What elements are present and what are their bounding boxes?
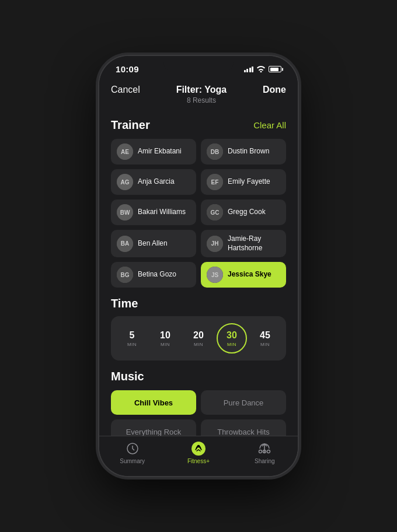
- status-icons: [244, 66, 282, 72]
- avatar-jamie: JH: [207, 236, 223, 252]
- time-label-20: MIN: [194, 342, 203, 347]
- time-label-10: MIN: [161, 342, 170, 347]
- music-label-chill: Chill Vibes: [134, 398, 173, 407]
- signal-icon: [244, 66, 254, 72]
- trainer-name-amir: Amir Ekbatani: [138, 147, 182, 156]
- fitness-icon: [191, 441, 206, 456]
- trainer-name-jamie: Jamie-Ray Hartshorne: [228, 235, 280, 253]
- status-time: 10:09: [116, 64, 139, 74]
- music-section: Music Chill Vibes Pure Dance Everything …: [99, 360, 298, 436]
- time-option-20[interactable]: 20 MIN: [183, 323, 214, 354]
- music-label-rock: Everything Rock: [126, 428, 182, 436]
- time-value-45: 45: [260, 330, 270, 341]
- time-option-5[interactable]: 5 MIN: [117, 323, 147, 354]
- trainer-item-gregg[interactable]: GC Gregg Cook: [201, 200, 286, 225]
- avatar-amir: AE: [117, 144, 133, 160]
- tab-sharing[interactable]: Sharing: [244, 441, 285, 464]
- time-value-10: 10: [160, 330, 170, 341]
- trainer-name-emily: Emily Fayette: [228, 177, 270, 187]
- content-area: Cancel Filter: Yoga 8 Results Done Train…: [99, 78, 298, 436]
- svg-point-5: [267, 450, 270, 453]
- trainer-name-betina: Betina Gozo: [138, 270, 176, 279]
- music-item-throwback[interactable]: Throwback Hits: [201, 419, 286, 436]
- time-value-30: 30: [227, 330, 237, 341]
- done-button[interactable]: Done: [263, 85, 286, 95]
- time-section: Time 5 MIN 10 MIN 20 MIN 30: [99, 288, 298, 360]
- screen: 10:09 Cancel Filter: Yoga 8 Res: [99, 56, 298, 476]
- trainer-name-bakari: Bakari Williams: [138, 208, 186, 217]
- trainer-section: Trainer Clear All: [99, 109, 298, 132]
- music-label-pure: Pure Dance: [224, 398, 264, 407]
- tab-summary[interactable]: Summary: [112, 441, 153, 464]
- trainer-item-ben[interactable]: BA Ben Allen: [111, 230, 196, 257]
- time-option-10[interactable]: 10 MIN: [150, 323, 180, 354]
- music-grid: Chill Vibes Pure Dance Everything Rock T…: [111, 390, 286, 436]
- trainer-section-header: Trainer Clear All: [111, 118, 286, 132]
- avatar-gregg: GC: [207, 204, 223, 220]
- nav-center: Filter: Yoga 8 Results: [176, 85, 227, 104]
- trainer-item-bakari[interactable]: BW Bakari Williams: [111, 200, 196, 225]
- trainer-item-jessica[interactable]: JS Jessica Skye: [201, 262, 286, 288]
- music-item-rock[interactable]: Everything Rock: [111, 419, 196, 436]
- phone-frame: 10:09 Cancel Filter: Yoga 8 Res: [99, 56, 298, 476]
- trainer-name-dustin: Dustin Brown: [228, 147, 269, 156]
- time-label-45: MIN: [260, 342, 270, 347]
- cancel-button[interactable]: Cancel: [111, 85, 140, 95]
- tab-bar: Summary Fitness+: [99, 436, 298, 476]
- trainer-item-anja[interactable]: AG Anja Garcia: [111, 169, 196, 195]
- avatar-emily: EF: [207, 174, 223, 190]
- time-label-30: MIN: [227, 342, 236, 347]
- tab-fitness[interactable]: Fitness+: [178, 441, 219, 464]
- avatar-anja: AG: [117, 174, 133, 190]
- music-section-title: Music: [111, 370, 144, 383]
- trainer-item-jamie[interactable]: JH Jamie-Ray Hartshorne: [201, 230, 286, 257]
- avatar-betina: BG: [117, 267, 133, 283]
- svg-point-2: [197, 446, 199, 447]
- wifi-icon: [257, 66, 265, 72]
- avatar-bakari: BW: [117, 204, 133, 220]
- time-section-title: Time: [111, 297, 138, 310]
- trainer-section-title: Trainer: [111, 118, 150, 132]
- clear-all-button[interactable]: Clear All: [253, 120, 286, 130]
- battery-icon: [269, 66, 281, 72]
- svg-point-3: [259, 450, 262, 453]
- nav-header: Cancel Filter: Yoga 8 Results Done: [99, 78, 298, 109]
- tab-fitness-label: Fitness+: [187, 458, 210, 464]
- trainer-item-emily[interactable]: EF Emily Fayette: [201, 169, 286, 195]
- sharing-icon: [257, 441, 272, 456]
- results-subtitle: 8 Results: [176, 96, 227, 104]
- trainer-name-jessica: Jessica Skye: [228, 270, 271, 279]
- trainer-name-anja: Anja Garcia: [138, 177, 175, 187]
- avatar-jessica: JS: [207, 267, 223, 283]
- trainer-grid: AE Amir Ekbatani DB Dustin Brown AG Anja…: [99, 139, 298, 288]
- filter-title: Filter: Yoga: [176, 85, 227, 95]
- avatar-ben: BA: [117, 236, 133, 252]
- avatar-dustin: DB: [207, 144, 223, 160]
- time-option-30[interactable]: 30 MIN: [217, 323, 247, 354]
- notch: [163, 56, 234, 72]
- trainer-name-gregg: Gregg Cook: [228, 208, 266, 217]
- time-value-20: 20: [193, 330, 204, 341]
- trainer-item-betina[interactable]: BG Betina Gozo: [111, 262, 196, 288]
- time-value-5: 5: [130, 330, 135, 341]
- trainer-item-dustin[interactable]: DB Dustin Brown: [201, 139, 286, 164]
- music-label-throwback: Throwback Hits: [217, 428, 270, 436]
- tab-summary-label: Summary: [120, 458, 145, 464]
- time-option-45[interactable]: 45 MIN: [250, 323, 280, 354]
- music-item-chill[interactable]: Chill Vibes: [111, 390, 196, 415]
- time-label-5: MIN: [127, 342, 137, 347]
- time-options: 5 MIN 10 MIN 20 MIN 30 MIN: [111, 316, 286, 360]
- trainer-name-ben: Ben Allen: [138, 239, 168, 249]
- summary-icon: [125, 441, 140, 456]
- trainer-item-amir[interactable]: AE Amir Ekbatani: [111, 139, 196, 164]
- tab-sharing-label: Sharing: [255, 458, 274, 464]
- svg-point-1: [191, 442, 206, 456]
- music-item-pure[interactable]: Pure Dance: [201, 390, 286, 415]
